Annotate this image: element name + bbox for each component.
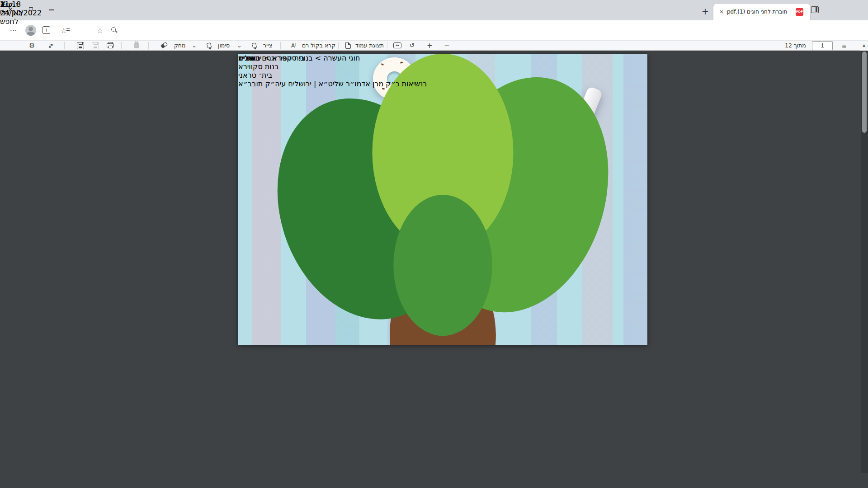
taskbar-search-box[interactable]: הקלד כאן כדי לחפש: [0, 0, 25, 26]
zoom-out-icon[interactable]: −: [444, 41, 450, 51]
profile-avatar[interactable]: [25, 25, 36, 36]
logo-tree-icon: [238, 54, 647, 345]
pdf-page-2: סדרי החוגים: פתיחת החוג מותנית במספר הנר…: [0, 51, 181, 473]
address-bar-row: ⋯ ☆ ☆ C:/Users/רחלי/Downloads/(1)%20חובר…: [0, 20, 868, 41]
tab-title: חוברת לחני חוגים (1).pdf: [727, 4, 793, 20]
eraser-icon[interactable]: [160, 42, 168, 49]
screen: × + × חוברת לחני חוגים (1).pdf PDF ⋯ ☆ ☆…: [0, 0, 868, 488]
draw-label[interactable]: צייר: [263, 41, 272, 51]
pdf-file-icon: PDF: [796, 8, 803, 16]
print-icon[interactable]: [107, 43, 114, 47]
add-favorite-star-icon[interactable]: ☆: [94, 25, 106, 37]
highlight-label[interactable]: סימון: [218, 41, 230, 51]
fullscreen-icon[interactable]: ↔: [45, 40, 56, 51]
browser-tab[interactable]: × חוברת לחני חוגים (1).pdf PDF: [713, 4, 810, 20]
erase-chevron-icon[interactable]: ⌄: [192, 41, 197, 51]
favorites-icon[interactable]: ☆: [58, 25, 70, 37]
search-placeholder: הקלד כאן כדי לחפש: [0, 0, 25, 26]
pdf-toolbar: ⚙ ↔ מחק ⌄ סימון ⌄ צייר A⁾ קרא בקול רם תצ…: [0, 41, 868, 51]
erase-label[interactable]: מחק: [174, 41, 186, 51]
highlight-chevron-icon[interactable]: ⌄: [237, 41, 242, 51]
save-icon: [92, 42, 99, 49]
omnibox-search-icon[interactable]: [111, 27, 116, 32]
window-minimize-button[interactable]: [43, 4, 59, 15]
logo-line-3: בית׳ טראני: [238, 71, 427, 80]
pdf-viewport[interactable]: בית ספר וגנים באידיש בנות סקווירא בית׳ ט…: [0, 51, 868, 473]
tab-close-icon[interactable]: ×: [717, 7, 726, 16]
highlighter-icon[interactable]: [207, 42, 212, 48]
save-as-icon[interactable]: [77, 42, 84, 49]
read-aloud-icon[interactable]: A⁾: [291, 41, 296, 51]
page-number-input[interactable]: [812, 41, 833, 50]
rotate-icon[interactable]: ↺: [410, 41, 415, 51]
hand-tool-icon: [134, 42, 139, 48]
pdf-settings-gear-icon[interactable]: ⚙: [29, 41, 35, 51]
page-count-label: מתוך 12: [785, 41, 806, 51]
minimize-icon: [49, 9, 54, 10]
contents-icon[interactable]: ≣: [842, 41, 847, 51]
draw-pen-icon[interactable]: [252, 42, 257, 48]
page-view-label[interactable]: תצוגת עמוד: [355, 41, 384, 51]
vertical-tabs-icon[interactable]: [811, 6, 819, 13]
zoom-in-icon[interactable]: +: [427, 41, 433, 51]
new-tab-button[interactable]: +: [699, 5, 712, 18]
fit-width-icon[interactable]: ↔: [393, 42, 401, 48]
subtitle-banner: חוגי העשרה > בנות סקווירא > ירושלים: [238, 54, 360, 62]
pdf-page-1: בית ספר וגנים באידיש בנות סקווירא בית׳ ט…: [238, 54, 647, 345]
browser-titlebar: × + × חוברת לחני חוגים (1).pdf PDF: [0, 0, 868, 20]
page-view-icon[interactable]: [345, 42, 351, 49]
collections-icon[interactable]: [42, 26, 50, 34]
logo-line-4: בנשיאות כ״ק מרן אדמו״ר שליט״א | ירושלים …: [238, 80, 427, 88]
logo-line-2: בנות סקווירא: [238, 62, 427, 71]
read-aloud-label[interactable]: קרא בקול רם: [302, 41, 335, 51]
scroll-up-arrow[interactable]: ▲: [860, 41, 868, 51]
browser-menu-icon[interactable]: ⋯: [7, 24, 20, 37]
scrollbar-thumb[interactable]: [862, 52, 867, 133]
